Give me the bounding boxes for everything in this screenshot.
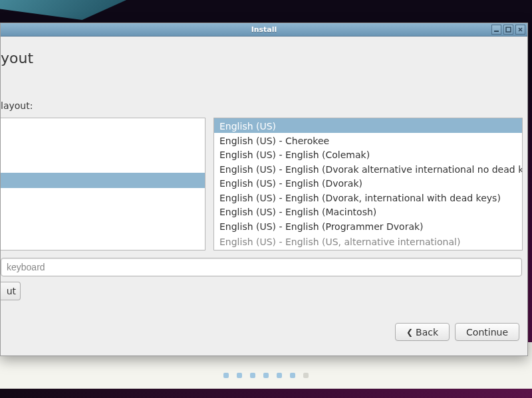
page-title: yout	[1, 50, 33, 66]
back-label: Back	[416, 327, 438, 338]
layout-list-selection	[1, 173, 205, 188]
maximize-button[interactable]	[503, 25, 513, 35]
variant-item[interactable]: English (US) - English (Dvorak, internat…	[214, 190, 522, 205]
variant-item[interactable]: English (US) - English (US, alternative …	[214, 234, 522, 249]
variant-item[interactable]: English (US) - English (Macintosh)	[214, 204, 522, 219]
window-content: yout layout: English (US)English (US) - …	[1, 37, 527, 355]
variant-item[interactable]: English (US) - English (Programmer Dvora…	[214, 219, 522, 233]
detect-layout-button[interactable]: ut	[1, 282, 21, 300]
layout-list[interactable]	[1, 118, 205, 250]
variant-item[interactable]: English (US) - English (Dvorak alternati…	[214, 161, 522, 176]
instruction-label: layout:	[1, 100, 33, 111]
titlebar[interactable]: Install	[1, 23, 527, 37]
minimize-button[interactable]	[491, 25, 501, 35]
window-title: Install	[251, 25, 277, 34]
progress-dot	[303, 373, 309, 378]
continue-button[interactable]: Continue	[455, 323, 519, 341]
progress-dot	[290, 373, 295, 378]
variant-item[interactable]: English (US)	[214, 118, 522, 133]
variant-item[interactable]: English (US) - English (Colemak)	[214, 147, 522, 161]
svg-rect-0	[494, 31, 499, 32]
progress-dot	[263, 373, 269, 378]
desktop-bottom-bar	[0, 389, 532, 398]
back-button[interactable]: ❮ Back	[395, 323, 450, 341]
detect-layout-label: ut	[7, 286, 16, 296]
variant-list[interactable]: English (US)English (US) - CherokeeEngli…	[213, 118, 523, 250]
keyboard-test-input[interactable]	[1, 258, 522, 276]
nav-buttons: ❮ Back Continue	[395, 323, 519, 341]
progress-dot	[277, 373, 282, 378]
window-controls	[491, 25, 525, 35]
progress-dot	[250, 373, 255, 378]
progress-dots	[0, 373, 532, 378]
close-button[interactable]	[515, 25, 525, 35]
chevron-left-icon: ❮	[406, 328, 413, 337]
variant-item[interactable]: English (US) - English (Dvorak)	[214, 175, 522, 190]
variant-item[interactable]: English (US) - Cherokee	[214, 133, 522, 148]
progress-dot	[223, 373, 229, 378]
svg-rect-1	[506, 27, 511, 32]
progress-dot	[237, 373, 242, 378]
install-window: Install yout layout: English (US)English…	[0, 23, 528, 356]
continue-label: Continue	[466, 327, 508, 338]
